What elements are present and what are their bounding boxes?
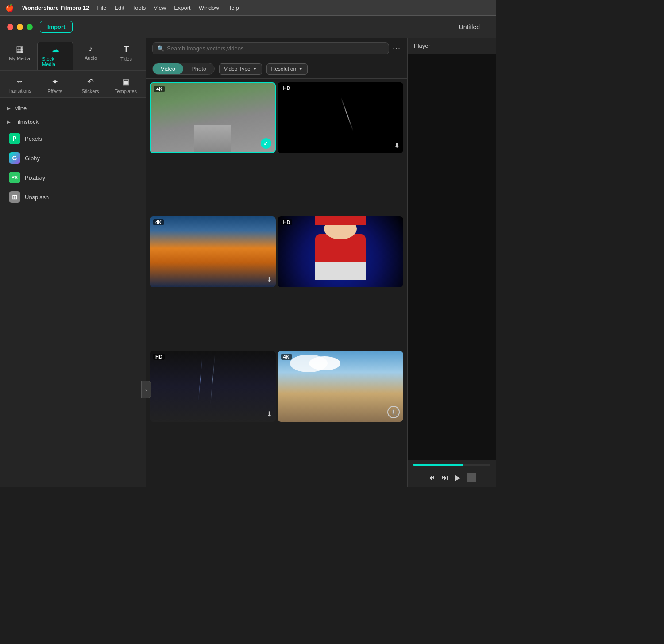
tab-audio[interactable]: ♪ Audio [73, 42, 108, 70]
tab-audio-label: Audio [85, 55, 97, 61]
video-type-chevron: ▼ [253, 66, 257, 71]
my-media-icon: ▦ [16, 44, 23, 54]
tab-my-media-label: My Media [9, 56, 30, 61]
window-controls [7, 24, 33, 30]
tab-templates-label: Templates [115, 89, 137, 94]
search-input[interactable] [167, 45, 384, 52]
sidebar-section-filmstock[interactable]: ▶ Filmstock [0, 115, 146, 129]
resolution-dropdown[interactable]: Resolution ▼ [266, 63, 308, 75]
tab-titles-label: Titles [120, 56, 132, 62]
unsplash-label: Unsplash [25, 194, 49, 201]
tab-effects[interactable]: ✦ Effects [37, 74, 73, 97]
tab-effects-label: Effects [47, 89, 62, 94]
menu-file[interactable]: File [97, 4, 106, 11]
audio-icon: ♪ [89, 44, 93, 54]
minimize-button[interactable] [17, 24, 23, 30]
filmstock-arrow-icon: ▶ [7, 120, 11, 124]
stop-button[interactable] [467, 473, 476, 482]
menu-export[interactable]: Export [174, 4, 191, 11]
stock-media-icon: ☁ [51, 45, 59, 54]
titlebar: Import Untitled [0, 16, 496, 38]
tab-stock-media[interactable]: ☁ Stock Media [37, 42, 73, 70]
effects-icon: ✦ [52, 77, 58, 87]
download-icon-2[interactable]: ⬇ [394, 141, 400, 150]
sidebar-section-mine[interactable]: ▶ Mine [0, 101, 146, 115]
left-panel: ▦ My Media ☁ Stock Media ♪ Audio T Title… [0, 38, 146, 487]
nav-tabs-row2: ↔ Transitions ✦ Effects ↶ Stickers ▣ Tem… [0, 71, 146, 98]
collapse-panel-button[interactable]: ‹ [141, 381, 151, 398]
player-panel: Player ⏮ ⏭ ▶ [407, 38, 496, 487]
apple-icon: 🍎 [5, 4, 14, 12]
search-icon: 🔍 [157, 45, 164, 52]
media-item-5[interactable]: HD ⬇ [150, 351, 276, 422]
media-item-2[interactable]: HD ⬇ [278, 82, 404, 153]
tab-transitions[interactable]: ↔ Transitions [2, 74, 37, 97]
sidebar-item-pixabay[interactable]: PX Pixabay [0, 168, 146, 187]
badge-hd-4: HD [281, 219, 293, 225]
media-item-6[interactable]: 4K ⬇ ⓘ [278, 351, 404, 422]
progress-bar-wrap [413, 464, 490, 466]
sidebar-item-giphy[interactable]: G Giphy [0, 148, 146, 168]
filmstock-label: Filmstock [14, 119, 39, 125]
progress-bar-fill [413, 464, 463, 466]
unsplash-icon: ⊞ [9, 191, 20, 203]
giphy-label: Giphy [25, 155, 40, 162]
sidebar-item-unsplash[interactable]: ⊞ Unsplash [0, 187, 146, 207]
menu-view[interactable]: View [154, 4, 166, 11]
video-filter-button[interactable]: Video [153, 63, 183, 74]
media-type-toggle: Video Photo [152, 63, 215, 75]
titles-icon: T [124, 44, 129, 54]
step-back-button[interactable]: ⏮ [428, 474, 435, 482]
media-item-1[interactable]: 4K ✓ [150, 82, 276, 153]
player-screen [408, 54, 496, 460]
sidebar-item-pexels[interactable]: P Pexels [0, 129, 146, 148]
menu-edit[interactable]: Edit [114, 4, 124, 11]
more-options-button[interactable]: ··· [393, 44, 401, 53]
tab-stickers-label: Stickers [81, 89, 99, 94]
right-area: 🔍 ··· Video Photo Video Type ▼ [146, 38, 496, 487]
main-layout: ▦ My Media ☁ Stock Media ♪ Audio T Title… [0, 38, 496, 487]
transitions-icon: ↔ [15, 77, 23, 86]
menu-help[interactable]: Help [227, 4, 239, 11]
tab-titles[interactable]: T Titles [108, 42, 144, 70]
search-bar: 🔍 ··· [146, 38, 407, 59]
stickers-icon: ↶ [87, 77, 94, 87]
mine-arrow-icon: ▶ [7, 106, 11, 111]
info-icon-6[interactable]: ⓘ [392, 408, 399, 417]
app-name: Wondershare Filmora 12 [22, 4, 89, 11]
media-item-3[interactable]: 4K ⬇ [150, 216, 276, 287]
badge-hd-5: HD [153, 354, 165, 360]
project-title: Untitled [459, 23, 480, 31]
import-button[interactable]: Import [40, 21, 73, 33]
badge-4k-1: 4K [154, 86, 165, 92]
download-icon-5[interactable]: ⬇ [266, 410, 272, 418]
menu-tools[interactable]: Tools [132, 4, 146, 11]
menu-window[interactable]: Window [199, 4, 219, 11]
video-type-dropdown[interactable]: Video Type ▼ [219, 63, 262, 75]
frame-advance-button[interactable]: ⏭ [441, 474, 448, 482]
content-panel: 🔍 ··· Video Photo Video Type ▼ [146, 38, 407, 487]
resolution-chevron: ▼ [298, 66, 303, 71]
photo-filter-button[interactable]: Photo [183, 63, 214, 74]
tab-stock-media-label: Stock Media [42, 56, 68, 67]
resolution-label: Resolution [271, 66, 297, 72]
nav-tabs: ▦ My Media ☁ Stock Media ♪ Audio T Title… [0, 38, 146, 71]
close-button[interactable] [7, 24, 13, 30]
sidebar: ▶ Mine ▶ Filmstock P Pexels G Giphy PX P… [0, 98, 146, 487]
media-grid: 4K ✓ HD ⬇ 4K ⬇ [146, 79, 407, 487]
download-icon-3[interactable]: ⬇ [266, 275, 272, 284]
pexels-icon: P [9, 133, 20, 144]
player-progress [408, 460, 496, 469]
tab-transitions-label: Transitions [8, 88, 31, 93]
tab-templates[interactable]: ▣ Templates [108, 74, 143, 97]
menubar: 🍎 Wondershare Filmora 12 File Edit Tools… [0, 0, 496, 16]
maximize-button[interactable] [27, 24, 33, 30]
tab-my-media[interactable]: ▦ My Media [2, 42, 37, 70]
player-controls: ⏮ ⏭ ▶ [408, 469, 496, 487]
play-button[interactable]: ▶ [455, 473, 461, 482]
pixabay-label: Pixabay [25, 174, 45, 181]
filter-bar: Video Photo Video Type ▼ Resolution ▼ [146, 59, 407, 79]
selected-check-icon: ✓ [261, 138, 271, 149]
media-item-4[interactable]: HD [278, 216, 404, 287]
tab-stickers[interactable]: ↶ Stickers [73, 74, 108, 97]
